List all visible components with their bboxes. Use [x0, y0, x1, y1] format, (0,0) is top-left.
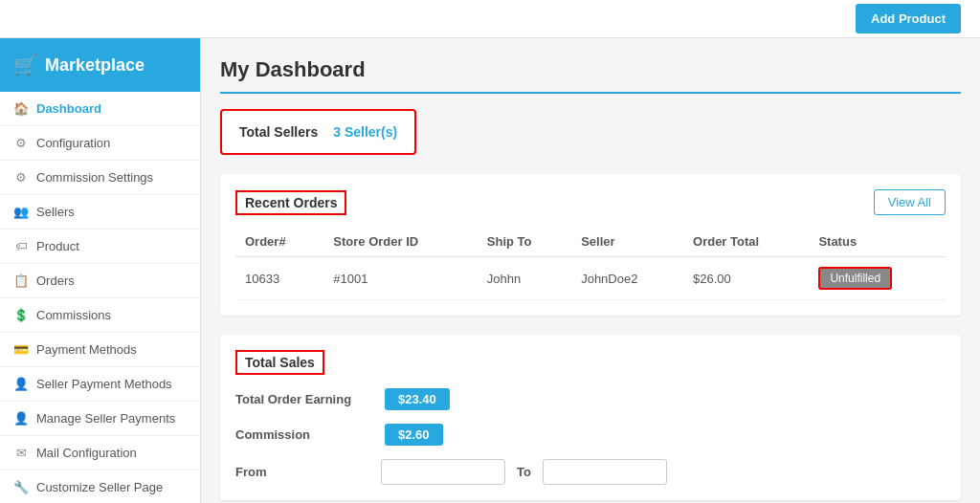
menu-icon-orders: 📋: [13, 273, 29, 288]
sidebar-label-configuration: Configuration: [36, 136, 110, 150]
sidebar-link-product[interactable]: 🏷 Product: [0, 230, 200, 263]
sidebar-label-commission-settings: Commission Settings: [36, 170, 153, 185]
date-range-row: From To: [235, 459, 946, 485]
status-badge: Unfulfilled: [818, 267, 892, 290]
to-label: To: [517, 465, 531, 479]
sidebar-item-commission-settings[interactable]: ⚙ Commission Settings: [0, 161, 200, 195]
menu-icon-customize-seller-page: 🔧: [13, 480, 29, 494]
recent-orders-card: Recent Orders View All Order#Store Order…: [220, 174, 961, 316]
sidebar-link-seller-payment-methods[interactable]: 👤 Seller Payment Methods: [0, 367, 200, 401]
orders-table-head: Order#Store Order IDShip ToSellerOrder T…: [235, 227, 946, 257]
sidebar-link-payment-methods[interactable]: 💳 Payment Methods: [0, 333, 200, 366]
total-sellers-card: Total Sellers 3 Seller(s): [220, 109, 416, 155]
table-row: 10633#1001JohhnJohnDoe2$26.00Unfulfilled: [235, 257, 946, 300]
sidebar-label-product: Product: [36, 239, 79, 253]
total-sales-card: Total Sales Total Order Earning $23.40 C…: [220, 335, 961, 500]
sidebar-link-sellers[interactable]: 👥 Sellers: [0, 195, 200, 229]
from-label: From: [235, 465, 369, 479]
commission-row: Commission $2.60: [235, 424, 946, 446]
sidebar-label-seller-payment-methods: Seller Payment Methods: [36, 377, 172, 391]
cart-icon: 🛒: [13, 54, 37, 77]
menu-icon-product: 🏷: [13, 239, 29, 253]
sidebar-item-dashboard[interactable]: 🏠 Dashboard: [0, 92, 200, 126]
sidebar-link-commissions[interactable]: 💲 Commissions: [0, 298, 200, 332]
col-header-seller: Seller: [571, 227, 683, 257]
commission-value: $2.60: [385, 424, 443, 446]
sidebar-label-commissions: Commissions: [36, 308, 111, 322]
sidebar-item-seller-payment-methods[interactable]: 👤 Seller Payment Methods: [0, 367, 200, 402]
sidebar-item-mail-configuration[interactable]: ✉ Mail Configuration: [0, 436, 200, 470]
to-date-input[interactable]: [543, 459, 667, 485]
orders-table: Order#Store Order IDShip ToSellerOrder T…: [235, 227, 946, 300]
menu-icon-manage-seller-payments: 👤: [13, 411, 29, 426]
total-order-earning-row: Total Order Earning $23.40: [235, 388, 946, 410]
sidebar-label-payment-methods: Payment Methods: [36, 342, 137, 357]
cell-0: 10633: [235, 257, 323, 300]
sidebar-label-mail-configuration: Mail Configuration: [36, 446, 137, 460]
sidebar-label-dashboard: Dashboard: [36, 101, 101, 116]
sidebar-label-orders: Orders: [36, 273, 75, 288]
menu-icon-seller-payment-methods: 👤: [13, 377, 29, 391]
orders-header-row: Order#Store Order IDShip ToSellerOrder T…: [235, 227, 946, 257]
cell-3: JohnDoe2: [571, 257, 683, 300]
view-all-button[interactable]: View All: [874, 189, 946, 215]
sidebar-link-orders[interactable]: 📋 Orders: [0, 264, 200, 297]
sidebar-label-manage-seller-payments: Manage Seller Payments: [36, 411, 175, 426]
sidebar-link-configuration[interactable]: ⚙ Configuration: [0, 126, 200, 160]
sidebar-item-manage-seller-payments[interactable]: 👤 Manage Seller Payments: [0, 402, 200, 436]
main-content: My Dashboard Total Sellers 3 Seller(s) R…: [201, 38, 980, 503]
sidebar-item-configuration[interactable]: ⚙ Configuration: [0, 126, 200, 161]
sidebar-label-customize-seller-page: Customize Seller Page: [36, 480, 163, 494]
menu-icon-dashboard: 🏠: [13, 101, 29, 116]
cell-4: $26.00: [683, 257, 809, 300]
col-header-store-order-id: Store Order ID: [323, 227, 477, 257]
col-header-ship-to: Ship To: [478, 227, 571, 257]
col-header-ordernum: Order#: [235, 227, 323, 257]
sidebar-link-commission-settings[interactable]: ⚙ Commission Settings: [0, 161, 200, 194]
from-date-input[interactable]: [381, 459, 505, 485]
total-sellers-count: 3 Seller(s): [333, 124, 397, 140]
menu-icon-payment-methods: 💳: [13, 342, 29, 357]
sidebar-item-commissions[interactable]: 💲 Commissions: [0, 298, 200, 333]
commission-label: Commission: [235, 427, 369, 442]
sidebar-link-mail-configuration[interactable]: ✉ Mail Configuration: [0, 436, 200, 470]
sidebar-item-orders[interactable]: 📋 Orders: [0, 264, 200, 298]
menu-icon-mail-configuration: ✉: [13, 446, 29, 460]
sidebar-label-sellers: Sellers: [36, 205, 75, 219]
top-bar: Add Product: [0, 0, 980, 38]
sidebar-menu: 🏠 Dashboard ⚙ Configuration ⚙ Commission…: [0, 92, 200, 503]
recent-orders-title: Recent Orders: [235, 190, 346, 215]
total-order-earning-label: Total Order Earning: [235, 392, 369, 406]
sidebar-item-product[interactable]: 🏷 Product: [0, 230, 200, 264]
menu-icon-sellers: 👥: [13, 205, 29, 219]
sidebar-link-manage-seller-payments[interactable]: 👤 Manage Seller Payments: [0, 402, 200, 435]
page-title: My Dashboard: [220, 57, 961, 94]
total-sellers-label: Total Sellers: [239, 124, 318, 140]
total-sales-title: Total Sales: [235, 350, 324, 375]
sidebar-item-payment-methods[interactable]: 💳 Payment Methods: [0, 333, 200, 367]
orders-body: 10633#1001JohhnJohnDoe2$26.00Unfulfilled: [235, 257, 946, 300]
sidebar-link-dashboard[interactable]: 🏠 Dashboard: [0, 92, 200, 125]
status-cell: Unfulfilled: [809, 257, 946, 300]
total-order-earning-value: $23.40: [385, 388, 450, 410]
sidebar-item-customize-seller-page[interactable]: 🔧 Customize Seller Page: [0, 470, 200, 503]
col-header-status: Status: [809, 227, 946, 257]
cell-1: #1001: [323, 257, 477, 300]
recent-orders-header: Recent Orders View All: [235, 189, 946, 215]
sidebar-link-customize-seller-page[interactable]: 🔧 Customize Seller Page: [0, 470, 200, 503]
sidebar-item-sellers[interactable]: 👥 Sellers: [0, 195, 200, 230]
layout: 🛒 Marketplace 🏠 Dashboard ⚙ Configuratio…: [0, 38, 980, 503]
menu-icon-commission-settings: ⚙: [13, 170, 29, 185]
menu-icon-commissions: 💲: [13, 308, 29, 322]
sidebar-header: 🛒 Marketplace: [0, 38, 200, 92]
add-product-button[interactable]: Add Product: [856, 4, 961, 33]
cell-2: Johhn: [478, 257, 571, 300]
sidebar-brand: Marketplace: [45, 55, 145, 76]
menu-icon-configuration: ⚙: [13, 136, 29, 150]
sidebar: 🛒 Marketplace 🏠 Dashboard ⚙ Configuratio…: [0, 38, 201, 503]
col-header-order-total: Order Total: [683, 227, 809, 257]
